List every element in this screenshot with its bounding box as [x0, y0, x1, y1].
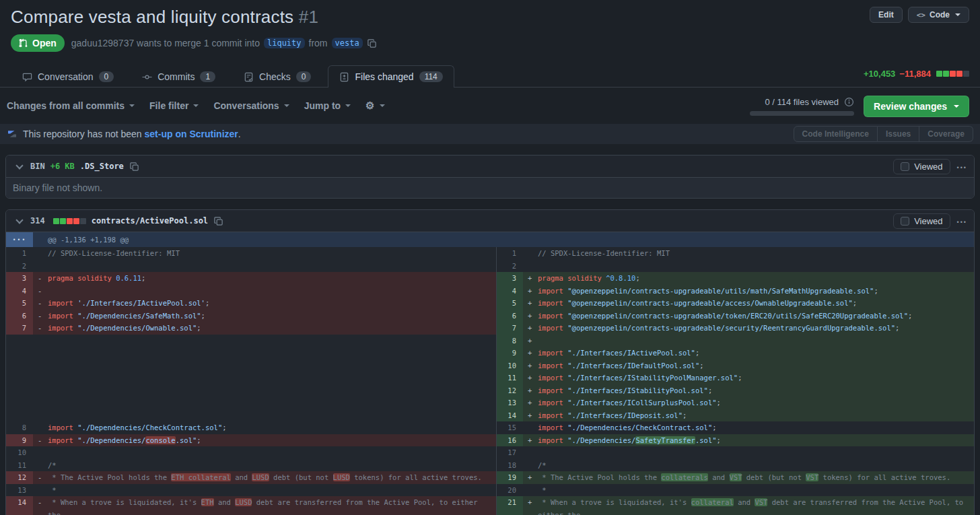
code-line: + * The Active Pool holds the collateral… — [523, 471, 975, 484]
line-number[interactable]: 4 — [6, 285, 33, 298]
addition-sign: + — [528, 285, 532, 298]
line-number[interactable]: 4 — [496, 285, 523, 298]
pr-status-row: Open gaduu1298737 wants to merge 1 commi… — [11, 34, 969, 52]
viewed-checkbox[interactable] — [901, 217, 909, 226]
info-icon[interactable] — [844, 97, 854, 107]
additions-count: +10,453 — [864, 69, 895, 79]
diff-row: 5-import './Interfaces/IActivePool.sol';… — [6, 297, 974, 310]
line-number[interactable]: 13 — [6, 484, 33, 497]
line-number[interactable]: 1 — [496, 247, 523, 260]
head-branch-label[interactable]: vesta — [332, 38, 363, 48]
diffstat-block-add — [60, 218, 66, 224]
line-number[interactable]: 12 — [6, 471, 33, 484]
viewed-checkbox[interactable] — [901, 162, 909, 171]
viewed-toggle[interactable]: Viewed — [893, 213, 950, 229]
addition-sign: + — [528, 272, 532, 285]
diff-row: 4-4+import "@openzeppelin/contracts-upgr… — [6, 285, 974, 298]
tab-conversation[interactable]: Conversation0 — [11, 65, 125, 88]
line-number[interactable]: 9 — [496, 347, 523, 359]
diffstat-block-neutral — [963, 71, 969, 77]
toolbar-menu-changes-from-all-commits[interactable]: Changes from all commits — [7, 100, 135, 111]
viewed-toggle[interactable]: Viewed — [893, 159, 950, 174]
copy-path-button[interactable] — [213, 216, 223, 226]
collapse-file-button[interactable] — [15, 162, 23, 169]
line-number[interactable]: 10 — [496, 359, 523, 372]
diffstat-blocks — [53, 218, 86, 224]
line-number[interactable]: 1 — [6, 247, 33, 260]
checklist-icon — [244, 72, 254, 82]
line-number[interactable]: 6 — [6, 310, 33, 322]
code-line: +import "./Interfaces/ICollSurplusPool.s… — [523, 397, 975, 409]
code-line — [33, 446, 496, 459]
toolbar-menu-jump-to[interactable]: Jump to — [304, 100, 351, 111]
scrutinizer-link[interactable]: set-up on Scrutinizer — [145, 129, 238, 139]
diff-row: 11+import "./Interfaces/IStabilityPoolMa… — [6, 372, 974, 384]
review-changes-button[interactable]: Review changes — [864, 96, 969, 117]
line-number[interactable]: 8 — [496, 335, 523, 347]
collapse-file-button[interactable] — [15, 216, 23, 224]
line-number[interactable]: 3 — [6, 272, 33, 285]
line-number[interactable]: 17 — [496, 446, 523, 459]
line-number[interactable]: 10 — [6, 446, 33, 459]
addition-sign: + — [528, 372, 532, 384]
line-number[interactable]: 5 — [6, 297, 33, 310]
file-changes-count: 314 — [30, 216, 45, 226]
copy-icon — [367, 38, 377, 48]
kebab-menu-icon[interactable] — [957, 215, 967, 227]
toolbar-menu-conversations[interactable]: Conversations — [213, 100, 289, 111]
line-number[interactable]: 8 — [6, 421, 33, 434]
line-number[interactable]: 16 — [496, 434, 523, 447]
line-number[interactable]: 11 — [6, 459, 33, 472]
line-number[interactable]: 9 — [6, 434, 33, 447]
edit-button[interactable]: Edit — [870, 7, 903, 23]
code-button[interactable]: <> Code — [908, 7, 969, 23]
banner-action-coverage[interactable]: Coverage — [919, 126, 973, 142]
tab-commits[interactable]: Commits1 — [131, 65, 227, 88]
line-number[interactable]: 11 — [496, 372, 523, 384]
tab-files-changed[interactable]: Files changed114 — [328, 65, 454, 88]
line-number[interactable]: 15 — [496, 421, 523, 434]
copy-path-button[interactable] — [129, 162, 139, 172]
code-icon: <> — [917, 11, 925, 20]
line-number[interactable]: 5 — [496, 297, 523, 310]
base-branch-label[interactable]: liquity — [264, 38, 305, 48]
diffstat-block-add — [943, 71, 949, 77]
line-number[interactable]: 13 — [496, 397, 523, 409]
code-line: + * When a trove is liquidated, it's col… — [523, 496, 975, 515]
line-number[interactable]: 20 — [496, 484, 523, 497]
banner-action-code-intelligence[interactable]: Code Intelligence — [794, 126, 878, 142]
gear-icon: ⚙ — [365, 100, 374, 112]
addition-sign: + — [528, 409, 532, 422]
line-number[interactable]: 3 — [496, 272, 523, 285]
banner-action-issues[interactable]: Issues — [878, 126, 919, 142]
line-number[interactable]: 19 — [496, 471, 523, 484]
file-card-ds-store: BIN +6 KB .DS_Store Viewed Binary file n… — [5, 155, 975, 199]
copy-branch-button[interactable] — [367, 38, 377, 48]
diff-row: 7-import "./Dependencies/Ownable.sol";7+… — [6, 322, 974, 335]
line-number[interactable]: 7 — [496, 322, 523, 335]
kebab-menu-icon[interactable] — [957, 160, 967, 172]
line-number[interactable]: 18 — [496, 459, 523, 472]
line-number[interactable]: 21 — [496, 496, 523, 515]
line-number[interactable]: 2 — [6, 260, 33, 273]
line-number[interactable]: 2 — [496, 260, 523, 273]
pr-tabs: Conversation0Commits1Checks0Files change… — [0, 65, 980, 88]
file-path[interactable]: .DS_Store — [80, 162, 124, 171]
file-path[interactable]: contracts/ActivePool.sol — [92, 216, 208, 226]
deletion-sign: - — [38, 322, 42, 335]
line-number[interactable]: 7 — [6, 322, 33, 335]
expand-hunk-button[interactable] — [6, 232, 33, 247]
tab-label: Commits — [158, 71, 195, 82]
code-line: +import "./Interfaces/IStabilityPool.sol… — [523, 384, 975, 397]
line-number[interactable]: 6 — [496, 310, 523, 322]
line-number[interactable]: 12 — [496, 384, 523, 397]
code-line — [33, 359, 496, 372]
toolbar-menu-file-filter[interactable]: File filter — [149, 100, 199, 111]
line-number[interactable]: 14 — [496, 409, 523, 422]
diff-settings-menu[interactable]: ⚙ — [365, 100, 384, 112]
line-number[interactable]: 14 — [6, 496, 33, 515]
line-number — [6, 372, 33, 384]
chevron-down-icon — [284, 104, 289, 107]
tab-checks[interactable]: Checks0 — [232, 65, 322, 88]
code-line — [523, 446, 975, 459]
